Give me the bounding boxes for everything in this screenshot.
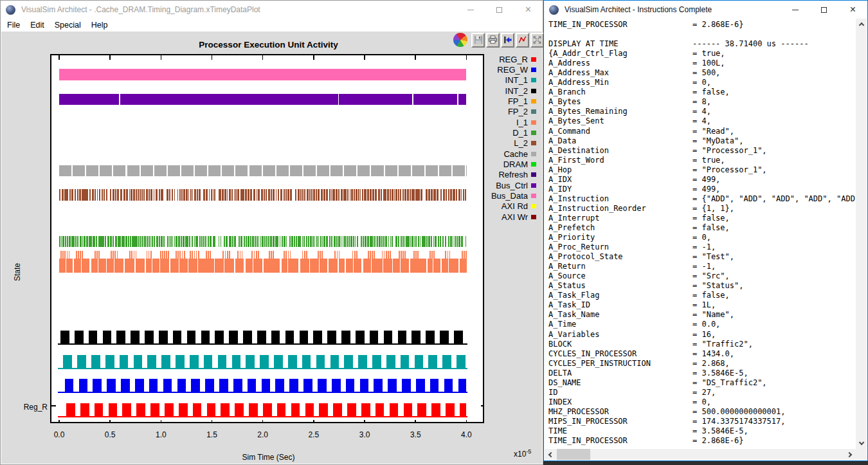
legend-label: Refresh <box>498 170 528 179</box>
scrollbar-corner <box>856 449 867 460</box>
log-line: A_Status= "Status", <box>548 281 856 291</box>
x-tick-label: 0.0 <box>46 430 72 439</box>
log-line: A_First_Word= true, <box>548 156 856 165</box>
reset-axes-button[interactable] <box>501 33 514 48</box>
log-line: A_Return= -1, <box>548 262 856 271</box>
fill-plot-button[interactable] <box>530 33 544 48</box>
log-line: DISPLAY AT TIME------ 38.71400 us ------ <box>548 39 856 49</box>
plot-panel: Processor Execution Unit Activity <box>1 32 542 464</box>
chevron-right-icon <box>847 451 852 457</box>
log-line: A_Hop= "Processor_1", <box>548 165 856 175</box>
format-plot-button[interactable] <box>516 33 529 48</box>
log-line: A_Task_Name= "Name", <box>548 310 856 320</box>
log-line: A_IDY= 499, <box>548 185 856 194</box>
plot-canvas[interactable] <box>50 54 484 423</box>
menu-special[interactable]: Special <box>51 19 85 31</box>
menu-edit[interactable]: Edit <box>26 19 48 31</box>
log-line <box>548 30 856 39</box>
close-button[interactable]: × <box>838 1 867 19</box>
legend-label: Cache <box>503 149 528 159</box>
log-line: A_Variables= 16, <box>548 330 856 340</box>
scroll-left-button[interactable] <box>545 449 556 460</box>
legend-swatch <box>531 152 536 156</box>
log-line: A_Task_ID= 1L, <box>548 300 856 310</box>
legend-item-INT_1: INT_1 <box>444 75 540 86</box>
scroll-down-button[interactable] <box>856 438 867 449</box>
log-line: DELTA= 3.5846E-5, <box>548 369 856 378</box>
menu-help[interactable]: Help <box>87 19 112 31</box>
scroll-right-button[interactable] <box>845 449 856 460</box>
menu-file[interactable]: File <box>3 19 24 31</box>
legend-item-D_1: D_1 <box>444 127 540 138</box>
log-window-titlebar: VisualSim Architect - Instructions Compl… <box>544 1 867 19</box>
log-line: TIME_IN_PROCESSOR= 2.868E-6} <box>548 436 856 446</box>
legend-swatch <box>531 68 536 72</box>
log-text-area[interactable]: TIME_IN_PROCESSOR= 2.868E-6}DISPLAY AT T… <box>545 19 856 449</box>
legend-label: DRAM <box>503 160 528 169</box>
log-line: A_Prefetch= false, <box>548 223 856 233</box>
x-tick-label: 2.5 <box>301 430 327 439</box>
legend-swatch <box>531 215 536 219</box>
legend-swatch <box>531 204 536 208</box>
log-line: A_Destination= "Processor_1", <box>548 146 856 156</box>
legend-item-L_2: L_2 <box>444 138 540 149</box>
legend-item-REG_W: REG_W <box>444 64 540 75</box>
legend-label: Bus_Data <box>491 191 528 201</box>
plot-window-title: VisualSim Architect - .Cache_DRAM.Timing… <box>21 5 260 14</box>
log-line: A_Task_Flag= false, <box>548 291 856 300</box>
log-line: A_Branch= false, <box>548 87 856 97</box>
log-window-title: VisualSim Architect - Instructions Compl… <box>565 5 712 14</box>
menubar: File Edit Special Help <box>1 19 543 32</box>
log-line: A_Address= 100L, <box>548 59 856 68</box>
palette-icon[interactable] <box>453 33 467 47</box>
legend-swatch <box>531 99 536 104</box>
y-axis-label: State <box>13 263 22 281</box>
log-line: A_Address_Min= 0, <box>548 78 856 87</box>
log-line: A_Protocol_State= "Test", <box>548 252 856 262</box>
plot-legend: REG_RREG_WINT_1INT_2FP_1FP_2I_1D_1L_2Cac… <box>444 54 540 223</box>
x-tick-label: 0.5 <box>97 430 123 439</box>
plot-area <box>51 55 483 422</box>
minimize-icon <box>467 10 474 10</box>
legend-swatch <box>531 131 536 135</box>
horizontal-scrollbar[interactable] <box>545 449 856 460</box>
fill-plot-icon <box>532 35 542 44</box>
save-button[interactable] <box>471 33 485 48</box>
x-tick-label: 3.0 <box>352 430 377 439</box>
log-line: A_Time= 0.0, <box>548 320 856 329</box>
x-tick-label: 1.0 <box>148 430 174 439</box>
log-line: CYCLES_PER_INSTRUCTION= 2.868, <box>548 359 856 369</box>
log-line: A_IDX= 499, <box>548 175 856 185</box>
x-tick-label: 2.0 <box>250 430 276 439</box>
minimize-button[interactable] <box>456 1 485 19</box>
log-line: A_Source= "Src", <box>548 271 856 281</box>
log-line: A_Priority= 0, <box>548 233 856 242</box>
log-line: TIME_IN_PROCESSOR= 2.868E-6} <box>548 20 856 30</box>
tick-marks <box>51 55 483 422</box>
log-line: A_Command= "Read", <box>548 127 856 136</box>
log-line: A_Interrupt= false, <box>548 214 856 223</box>
scroll-up-button[interactable] <box>856 19 867 30</box>
legend-swatch <box>531 183 536 188</box>
horizontal-scroll-thumb[interactable] <box>557 449 590 460</box>
legend-item-I_1: I_1 <box>444 117 540 127</box>
log-line: CYCLES_IN_PROCESSOR= 1434.0, <box>548 349 856 359</box>
legend-swatch <box>531 57 536 62</box>
maximize-button[interactable] <box>809 1 838 19</box>
minimize-button[interactable] <box>781 1 809 19</box>
legend-item-AXI_Wr: AXI Wr <box>444 212 540 222</box>
visualsim-app-icon <box>6 5 15 15</box>
close-button[interactable]: × <box>514 1 543 19</box>
maximize-button[interactable] <box>485 1 514 19</box>
plot-toolbar <box>453 32 544 48</box>
format-plot-icon <box>518 35 527 44</box>
log-line: MIPS_IN_PROCESSOR= 174.3375174337517, <box>548 417 856 426</box>
legend-label: FP_1 <box>508 96 528 106</box>
legend-swatch <box>531 109 536 114</box>
print-button[interactable] <box>486 33 500 48</box>
log-line: A_Instruction_Reorder= {1, 1}, <box>548 204 856 214</box>
legend-swatch <box>531 194 536 198</box>
vertical-scrollbar[interactable] <box>856 19 867 449</box>
legend-item-AXI_Rd: AXI Rd <box>444 201 540 212</box>
visualsim-app-icon <box>549 5 559 15</box>
